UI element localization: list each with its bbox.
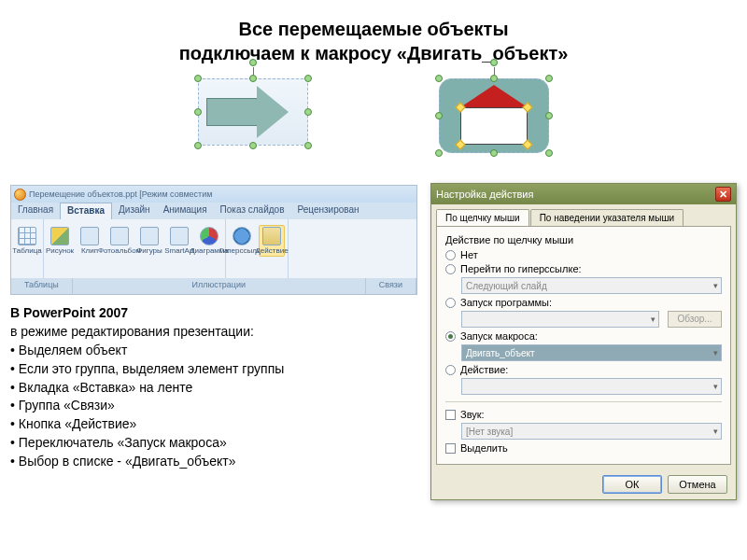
chart-button[interactable]: Диаграмма [196,227,222,255]
resize-handle-icon[interactable] [194,75,202,82]
section-illustrations: Иллюстрации [73,278,366,294]
rotate-handle-icon[interactable] [249,59,257,66]
adjust-handle-icon[interactable] [522,139,532,149]
resize-handle-icon[interactable] [194,108,202,116]
divider [445,401,722,402]
powerpoint-ribbon: Перемещение объектов.ppt [Режим совмести… [10,185,417,295]
label-sound: Звук: [460,409,485,420]
chart-icon [200,227,218,245]
dialog-titlebar[interactable]: Настройка действия ✕ [431,184,736,204]
tab-insert[interactable]: Вставка [60,203,112,219]
ribbon-group-links: Гиперссылка Действие [226,219,289,278]
label-macro: Запуск макроса: [460,330,538,342]
photoalbum-button[interactable]: Фотоальбом [106,227,133,255]
title-line-2: подключаем к макросу «Двигать_объект» [19,41,728,65]
section-links: Связи [366,278,416,294]
ribbon-tabs: Главная Вставка Дизайн Анимация Показ сл… [11,203,416,219]
resize-handle-icon[interactable] [435,75,443,82]
close-icon: ✕ [719,189,727,201]
smartart-icon [170,227,189,245]
rotate-handle-icon[interactable] [490,59,498,66]
resize-handle-icon[interactable] [304,75,312,82]
label-ole: Действие: [460,364,508,375]
slide-title: Все перемещаемые объекты подключаем к ма… [0,0,747,73]
action-settings-dialog: Настройка действия ✕ По щелчку мыши По н… [430,183,737,500]
house-body-icon [460,107,528,145]
resize-handle-icon[interactable] [545,75,553,82]
cancel-button[interactable]: Отмена [668,475,727,494]
group-label: Действие по щелчку мыши [445,234,722,245]
tab-on-click[interactable]: По щелчку мыши [436,209,529,226]
dialog-buttons: ОК Отмена [431,469,736,499]
adjust-handle-icon[interactable] [455,139,465,149]
tab-design[interactable]: Дизайн [112,203,157,219]
ribbon-sections: Таблицы Иллюстрации Связи [11,278,416,294]
bullet: • Переключатель «Запуск макроса» [10,435,227,450]
ribbon-titlebar: Перемещение объектов.ppt [Режим совмести… [11,186,416,203]
table-button[interactable]: Таблица [14,227,40,255]
ok-button[interactable]: ОК [602,475,662,494]
title-line-1: Все перемещаемые объекты [19,17,728,41]
resize-handle-icon[interactable] [490,75,498,82]
label-hyperlink: Перейти по гиперссылке: [460,263,582,274]
tab-home[interactable]: Главная [11,203,60,219]
action-icon [262,227,281,245]
section-tables: Таблицы [11,278,73,294]
resize-handle-icon[interactable] [304,142,312,149]
program-field[interactable] [461,311,659,328]
dialog-title: Настройка действия [436,189,533,200]
dialog-tabs: По щелчку мыши По наведении указателя мы… [431,204,736,226]
resize-handle-icon[interactable] [194,142,202,149]
resize-handle-icon[interactable] [435,112,443,119]
sound-combo[interactable]: [Нет звука] [461,423,722,440]
resize-handle-icon[interactable] [249,75,257,82]
resize-handle-icon[interactable] [249,142,257,149]
shapes-button[interactable]: Фигуры [136,227,162,255]
shapes-icon [140,227,159,245]
resize-handle-icon[interactable] [545,112,553,119]
resize-handle-icon[interactable] [545,149,553,157]
ole-combo[interactable] [461,378,722,395]
office-orb-icon[interactable] [14,189,26,201]
bullet: • Кнопка «Действие» [10,416,136,431]
radio-macro[interactable] [445,331,456,342]
radio-program[interactable] [445,298,456,308]
macro-combo[interactable]: Двигать_объект [461,344,722,361]
house-shape-selected[interactable] [439,78,549,153]
bullet: • Вкладка «Вставка» на ленте [10,380,192,395]
picture-icon [50,227,69,245]
browse-button[interactable]: Обзор... [668,311,722,328]
globe-icon [233,227,251,245]
tab-slideshow[interactable]: Показ слайдов [214,203,291,219]
tab-on-hover[interactable]: По наведении указателя мыши [530,209,684,226]
table-icon [18,227,36,245]
tab-animation[interactable]: Анимация [157,203,214,219]
radio-none[interactable] [445,250,456,260]
close-button[interactable]: ✕ [715,187,731,202]
label-none: Нет [460,249,478,260]
resize-handle-icon[interactable] [435,149,443,157]
clip-icon [80,227,99,245]
checkbox-highlight[interactable] [445,443,456,454]
hyperlink-combo[interactable]: Следующий слайд [461,277,722,294]
bullet: • Если это группа, выделяем элемент груп… [10,361,284,376]
picture-button[interactable]: Рисунок [47,227,73,255]
arrow-shape-selected[interactable] [198,78,308,146]
radio-ole[interactable] [445,365,456,375]
ribbon-group-illustrations: Рисунок Клип Фотоальбом Фигуры SmartArt … [44,219,226,278]
checkbox-sound[interactable] [445,410,456,420]
instructions-text: В PowerPoint 2007 в режиме редактировани… [10,304,421,471]
radio-hyperlink[interactable] [445,264,456,274]
bullet: • Выбор в списке - «Двигать_объект» [10,454,236,469]
house-roof-icon [460,85,528,107]
dialog-panel: Действие по щелчку мыши Нет Перейти по г… [436,226,731,465]
tab-review[interactable]: Рецензирован [290,203,365,219]
smartart-button[interactable]: SmartArt [166,227,192,255]
bullet: • Выделяем объект [10,343,127,357]
bullet: • Группа «Связи» [10,398,115,413]
resize-handle-icon[interactable] [490,149,498,157]
hyperlink-button[interactable]: Гиперссылка [229,227,255,255]
resize-handle-icon[interactable] [304,108,312,116]
action-button[interactable]: Действие [259,225,285,257]
label-program: Запуск программы: [460,297,552,308]
